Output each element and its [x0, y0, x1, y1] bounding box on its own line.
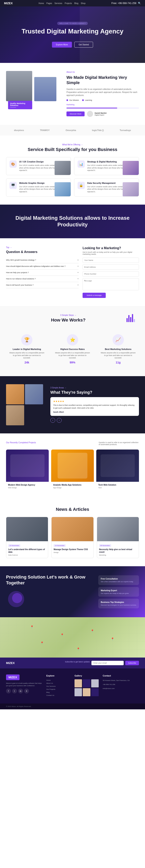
footer-subscribe-input[interactable]	[92, 661, 124, 665]
faq-toggle-1[interactable]: +	[77, 265, 78, 267]
nav-projects[interactable]: Projects	[65, 2, 72, 4]
faq-contact-section: Top → Question & Answers Why SEO growth …	[0, 238, 145, 306]
map-pin-0: 📍	[30, 625, 34, 628]
how-icon-0: 🏆	[21, 334, 32, 345]
faq-item-2[interactable]: How we help your projects ? +	[6, 270, 78, 276]
footer-contact-col: Contact 58 Howard Street, San Francisco,…	[103, 675, 139, 698]
footer-link-services[interactable]: Our Services	[46, 685, 71, 687]
services-grid: 🎨 UI / UX Creative Design Our UI/UX crea…	[6, 157, 139, 196]
service-card-0: 🎨 UI / UX Creative Design Our UI/UX crea…	[6, 157, 71, 175]
nav-blog[interactable]: Blog	[74, 2, 78, 4]
service-icon-1: 📊	[77, 160, 85, 168]
footer-gallery-1	[83, 679, 90, 687]
learn-more-btn[interactable]: Discover More	[67, 112, 84, 116]
footer-link-about[interactable]: About Us	[46, 682, 71, 684]
footer-gallery-grid	[74, 679, 99, 696]
faq-item-3[interactable]: How to run reliance cloud solutions ? +	[6, 276, 78, 282]
testimonial-card: ★★★★★ This is due to their excellent ser…	[50, 397, 139, 416]
footer-subscribe-label: Subscribe to get latest updates	[65, 661, 90, 665]
footer-copyright: © 2023 Mizex. All Rights Reserved.	[6, 706, 31, 707]
footer-link-home[interactable]: Home	[46, 679, 71, 681]
how-icon-1: ⭐	[67, 334, 78, 345]
nav-logo: MIZEX	[4, 2, 13, 5]
how-card-desc-1: Means anyone who is a responsible person…	[55, 351, 90, 359]
footer-link-blog[interactable]: Blog	[46, 691, 71, 693]
how-label: 3 Simple Steps →	[10, 314, 126, 316]
testimonials-title: What They're Saying?	[50, 390, 139, 395]
faq-toggle-3[interactable]: +	[77, 278, 78, 280]
contact-email-input[interactable]	[82, 265, 139, 270]
nav-icons: Free: +96-568-741-258 🔍	[111, 2, 141, 5]
testimonial-nav: ‹ ›	[50, 418, 139, 423]
testimonial-prev-btn[interactable]: ‹	[50, 418, 55, 423]
mission-label: Our Mission	[69, 99, 79, 101]
about-images: Quality Marketing Solutions	[6, 71, 63, 111]
hero-overlay	[80, 6, 145, 63]
social-instagram-icon[interactable]: in	[18, 689, 23, 693]
hero-section: WELCOME TO MIZEX AGENCY Trusted Digital …	[0, 6, 145, 63]
cta-card-desc-2: Discover top strategies for your busines…	[101, 604, 137, 606]
project-category-0: Web Design	[8, 487, 47, 489]
contact-name-input[interactable]	[82, 258, 139, 263]
cta-card-1: Marketing Expert Our experts are ready t…	[98, 587, 139, 597]
project-image-1	[51, 450, 94, 482]
footer-grid: MIZEX Mezox's goal is to build quality s…	[6, 675, 139, 698]
contact-message-input[interactable]	[82, 278, 139, 290]
testimonial-next-btn[interactable]: ›	[57, 418, 62, 423]
faq-item-0[interactable]: Why SEO growth business strategy ? ×	[6, 257, 78, 263]
social-linkedin-icon[interactable]: li	[24, 689, 29, 693]
nav-services[interactable]: Services	[55, 2, 62, 4]
news-body-0: 22 November Let's understand the differe…	[6, 541, 48, 558]
nav-pages[interactable]: Pages	[46, 2, 52, 4]
contact-phone-input[interactable]	[82, 271, 139, 277]
project-info-1: Analytic Media App Solutions App Design	[51, 482, 94, 491]
service-card-1: 📊 Strategy & Digital Marketing Our UI/UX…	[74, 157, 139, 175]
map-pin-2: 📍	[90, 629, 94, 632]
search-icon[interactable]: 🔍	[138, 2, 141, 5]
brand-3: logicTide [)	[92, 129, 104, 131]
news-grid: 22 November Let's understand the differe…	[6, 517, 139, 558]
cta-card-desc-1: Our experts are ready to help you grow.	[101, 592, 137, 594]
faq-item-1[interactable]: How should digital discourse with righte…	[6, 263, 78, 270]
how-grid: 🏆 Leader in Digital Marketing Means anyo…	[6, 330, 139, 368]
faq-toggle-0[interactable]: ×	[77, 259, 78, 261]
how-card-title-1: Highest Success Rates	[55, 348, 90, 350]
hero-explore-btn[interactable]: Explore More	[52, 42, 72, 48]
faq-item-4[interactable]: How to tell launch your business ? +	[6, 282, 78, 288]
faq-title: Question & Answers	[6, 250, 78, 254]
footer-gallery-col: Gallery	[74, 675, 99, 698]
social-facebook-icon[interactable]: f	[6, 689, 11, 693]
footer-explore-title: Explore	[46, 675, 71, 677]
service-image-1	[123, 161, 139, 175]
footer-link-projects[interactable]: Our Projects	[46, 688, 71, 690]
nav-home[interactable]: Home	[39, 2, 44, 4]
faq-toggle-4[interactable]: +	[77, 284, 78, 286]
marketing-text: Marketing	[67, 103, 139, 105]
nav-shop[interactable]: Shop	[81, 2, 85, 4]
faq-column: Top → Question & Answers Why SEO growth …	[6, 246, 78, 298]
contact-column: Looking for a Marketing? Get in touch wi…	[82, 246, 139, 298]
projects-grid: Modern Web Design Agency Web Design Anal…	[6, 450, 139, 491]
project-title-1: Analytic Media App Solutions	[53, 484, 92, 486]
footer-link-contact[interactable]: Contact Us	[46, 694, 71, 696]
nav-links: Home Pages Services Projects Blog Shop	[39, 2, 85, 4]
service-icon-3: 🔒	[77, 182, 85, 189]
how-card-desc-0: Means anyone who is a responsible person…	[9, 351, 44, 359]
about-secondary-image	[34, 77, 57, 101]
faq-question-0: Why SEO growth business strategy ?	[6, 259, 36, 261]
news-category-1: Design	[53, 552, 91, 553]
cta-card-2: Business Top Strategies Discover top str…	[98, 599, 139, 608]
service-icon-2: 🖥️	[9, 182, 17, 189]
cta-cards: Free Consultation Get a free consultatio…	[98, 575, 139, 608]
contact-desc: Get in touch with us today and let us he…	[82, 251, 139, 255]
news-image-0	[6, 517, 48, 541]
how-card-title-0: Leader in Digital Marketing	[9, 348, 44, 350]
avatar	[87, 111, 93, 117]
footer-top: MIZEX Subscribe to get latest updates Su…	[0, 657, 145, 669]
mission-item: Our Mission	[67, 99, 79, 101]
social-twitter-icon[interactable]: t	[12, 689, 17, 693]
faq-toggle-2[interactable]: +	[77, 272, 78, 274]
contact-submit-btn[interactable]: Submit a message	[82, 293, 106, 298]
footer-subscribe-btn[interactable]: Subscribe	[125, 661, 139, 665]
productivity-title: Digital Marketing Solutions allows to In…	[6, 215, 139, 228]
